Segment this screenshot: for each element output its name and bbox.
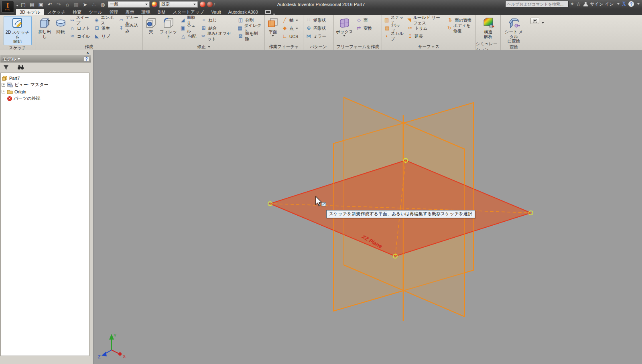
browser-help-icon[interactable]: ? <box>84 57 89 62</box>
surface-column-3: ⇅ 面の置換 ↻ ボディを修復 <box>445 16 475 32</box>
tree-item-part[interactable]: Part7 <box>2 75 88 81</box>
ribbon-collapse-caret-icon[interactable] <box>542 22 544 24</box>
ribbon-small-button[interactable]: ⊕ 円形状 <box>306 24 326 32</box>
parameters-fx-icon[interactable]: f <box>213 2 215 8</box>
convert-sheetmetal-button[interactable]: シート メタル に変換 <box>502 16 526 44</box>
ribbon-small-button[interactable]: ◣ リブ <box>94 32 116 40</box>
home-view-icon[interactable]: ⌂ <box>63 1 71 8</box>
ribbon-small-button[interactable]: ∩ ロフト <box>69 24 91 32</box>
help-search-input[interactable] <box>505 1 569 7</box>
appearance-sphere-icon[interactable] <box>152 2 157 7</box>
undo-icon[interactable]: ↶ <box>46 1 54 8</box>
appearance-combo[interactable]: 既定 <box>159 1 198 8</box>
panel-surface: ▥ ステッチ ▧ パッチ ◗ スカルプ <box>382 15 476 50</box>
end-of-part-icon: ✕ <box>7 96 12 101</box>
ribbon-small-button[interactable]: ≡ ねじ <box>201 16 234 24</box>
browser-close-icon[interactable]: x <box>85 51 90 55</box>
modify-column-2: ≡ ねじ ⊞ 結合 ≍ 厚み/ オフセット <box>199 16 236 40</box>
sign-in-button[interactable]: サイン イン <box>590 1 614 7</box>
ribbon-small-button[interactable]: ⊠ 面を削除 <box>238 32 262 40</box>
ribbon-small-button[interactable]: ✂ トリム <box>407 24 444 32</box>
axis-z-label: Z <box>98 354 101 359</box>
tab-a360[interactable]: Autodesk A360 <box>225 9 262 15</box>
ribbon-small-button[interactable]: ↻ ボディを修復 <box>447 24 473 32</box>
save-icon[interactable]: ▣ <box>37 1 45 8</box>
browser-title-caret-icon[interactable] <box>18 58 20 60</box>
hole-button[interactable]: 穴 <box>144 16 158 35</box>
tab-vault[interactable]: Vault <box>208 9 225 15</box>
app-menu-caret-icon[interactable] <box>16 5 18 6</box>
fillet-icon <box>163 17 175 29</box>
inventor-app-icon[interactable]: I PRO <box>1 1 14 13</box>
ribbon-tab-row: 3D モデル スケッチ 検査 ツール 管理 表示 環境 BIM スタートアップ … <box>0 9 642 15</box>
ribbon-small-button[interactable]: ◆ 点 <box>282 24 298 32</box>
start-2d-sketch-button[interactable]: 2D スケッチを 開始 <box>4 16 32 45</box>
ribbon-small-button[interactable]: ∟ UCS <box>282 32 298 40</box>
ribbon-small-button[interactable]: ◇ 面 <box>356 16 372 24</box>
work-plane-button[interactable]: 平面 <box>266 16 280 37</box>
shell-icon: ▣ <box>180 25 185 31</box>
ribbon-small-button[interactable]: ↝ スイープ <box>69 16 91 24</box>
toolbar-separator <box>13 64 13 71</box>
ribbon-small-button[interactable]: ≍ 厚み/ オフセット <box>201 32 234 40</box>
tab-bim[interactable]: BIM <box>154 9 169 15</box>
expand-icon[interactable] <box>2 83 5 87</box>
panel-label-work-features: 作業フィーチャ <box>265 44 303 50</box>
viewport-3d[interactable]: XZ Plane Y Z X スケッチを新規作成する平面、あるいは再編集する既存… <box>93 50 642 364</box>
ribbon-small-button[interactable]: ⇄ 変換 <box>356 24 372 32</box>
tab-environments[interactable]: 環境 <box>138 9 154 15</box>
filter-icon[interactable] <box>3 65 9 70</box>
panel-label-modify: 修正 <box>143 44 264 50</box>
clear-appearance-icon[interactable] <box>207 2 213 7</box>
tab-3d-model[interactable]: 3D モデル <box>16 9 44 15</box>
search-send-icon[interactable]: ⌖ <box>571 1 574 7</box>
exchange-apps-icon[interactable]: X <box>622 1 626 7</box>
render-icon[interactable]: ▩ <box>72 1 80 8</box>
help-icon[interactable]: ? <box>628 1 634 7</box>
ribbon-small-button[interactable]: △ 勾配 <box>180 32 197 40</box>
ribbon-collapse-button[interactable] <box>530 18 539 24</box>
ribbon-small-button[interactable]: ◗ スカルプ <box>384 32 404 40</box>
favorites-star-icon[interactable]: ☆ <box>576 1 581 7</box>
ribbon-small-button[interactable]: ↥ 延長 <box>407 32 444 40</box>
expand-icon[interactable] <box>2 90 5 93</box>
stress-analysis-button[interactable]: 構造 解析 <box>481 16 496 40</box>
freeform-box-button[interactable]: ボックス <box>335 16 354 37</box>
material-combo[interactable]: 一般 <box>108 1 150 8</box>
tree-item-end-of-part[interactable]: ✕ パーツの終端 <box>2 95 88 102</box>
ribbon-small-button[interactable]: ╱ 軸 <box>282 16 298 24</box>
ribbon-small-button[interactable]: ∷ 矩形状 <box>306 16 326 24</box>
select-icon[interactable]: ➤ <box>81 1 89 8</box>
open-folder-icon[interactable]: ▤ <box>28 1 36 8</box>
sign-in-caret-icon[interactable] <box>617 3 620 5</box>
selection-tooltip: スケッチを新規作成する平面、あるいは再編集する既存スケッチを選択 <box>326 210 475 218</box>
tab-sketch[interactable]: スケッチ <box>44 9 69 15</box>
ribbon-small-button[interactable]: ▣ シェル <box>180 24 197 32</box>
revolve-button[interactable]: 回転 <box>53 16 68 35</box>
ribbon-small-button[interactable]: ◥ ルールド サーフェス <box>407 16 444 24</box>
split-icon: ◫ <box>238 17 244 23</box>
globe-icon[interactable]: ◍ <box>99 1 107 8</box>
constraint-icon[interactable]: ∴ <box>90 1 98 8</box>
extrude-button[interactable]: 押し出し <box>36 16 53 40</box>
ribbon-small-button[interactable]: ⋈ ミラー <box>306 32 326 40</box>
new-document-icon[interactable]: ▢ <box>19 1 27 8</box>
binoculars-search-icon[interactable] <box>17 65 24 70</box>
ribbon-small-button[interactable]: ≋ コイル <box>69 32 91 40</box>
browser-grip[interactable]: x <box>0 50 91 55</box>
redo-icon[interactable]: ↷ <box>55 1 63 8</box>
help-caret-icon[interactable] <box>637 3 640 5</box>
ribbon-small-button[interactable]: ◈ エンボス <box>94 16 116 24</box>
screencast-icon[interactable] <box>265 10 271 14</box>
panel-caret-icon[interactable] <box>208 46 210 48</box>
fillet-button[interactable]: フィレット <box>158 16 179 40</box>
ribbon-small-button[interactable]: ⊡ 派生 <box>94 24 116 32</box>
axis-y-label: Y <box>114 333 117 338</box>
ribbon-small-button[interactable]: ↧ 読み込み <box>119 24 140 32</box>
axis-x-label: X <box>123 354 126 359</box>
adjust-sphere-icon[interactable] <box>200 2 205 7</box>
stress-analysis-icon <box>482 17 494 29</box>
tree-item-view-master[interactable]: ビュー: マスター <box>2 81 88 88</box>
tree-item-origin[interactable]: Origin <box>2 88 88 95</box>
browser-header[interactable]: モデル ? <box>0 55 91 63</box>
